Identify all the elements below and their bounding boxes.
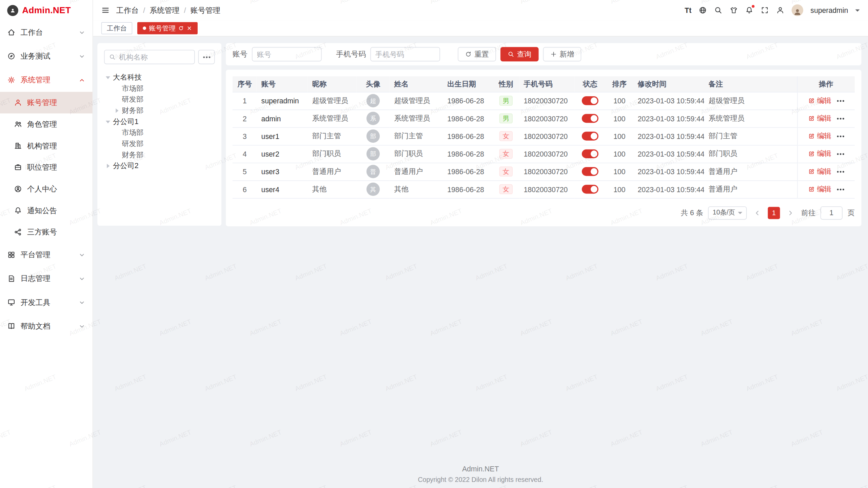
more-actions-button[interactable] xyxy=(837,118,844,119)
sidebar-item-third-party-account[interactable]: 三方账号 xyxy=(0,221,93,243)
page-number-current[interactable]: 1 xyxy=(768,207,780,219)
page-size-select[interactable]: 10条/页 xyxy=(708,206,747,219)
logo[interactable]: Admin.NET xyxy=(0,0,93,20)
globe-icon[interactable] xyxy=(699,6,707,14)
sidebar-item-org-management[interactable]: 机构管理 xyxy=(0,135,93,157)
sidebar-item-help-docs[interactable]: 帮助文档 xyxy=(0,314,93,338)
filter-bar: 账号 手机号码 重置 查询 新增 xyxy=(226,43,861,65)
sidebar-item-label: 平台管理 xyxy=(20,250,50,260)
search-icon[interactable] xyxy=(714,6,722,14)
sidebar-item-label: 通知公告 xyxy=(27,206,57,216)
sidebar-item-dev-tools[interactable]: 开发工具 xyxy=(0,290,93,314)
search-button[interactable]: 查询 xyxy=(500,47,539,61)
edit-icon xyxy=(808,115,815,122)
sidebar-item-position-management[interactable]: 职位管理 xyxy=(0,157,93,178)
status-toggle[interactable] xyxy=(582,185,598,194)
column-header: 性别 xyxy=(493,76,519,92)
sidebar-item-role-management[interactable]: 角色管理 xyxy=(0,114,93,135)
edit-button[interactable]: 编辑 xyxy=(808,131,831,141)
caret-right-icon[interactable] xyxy=(113,108,121,113)
caret-down-icon[interactable] xyxy=(104,120,112,123)
status-toggle[interactable] xyxy=(582,149,598,158)
sidebar-item-system-management[interactable]: 系统管理 xyxy=(0,68,93,92)
column-header: 备注 xyxy=(704,76,797,92)
status-toggle[interactable] xyxy=(582,114,598,123)
tree-node[interactable]: 研发部 xyxy=(104,94,215,105)
sidebar-item-personal-center[interactable]: 个人中心 xyxy=(0,178,93,200)
edit-button[interactable]: 编辑 xyxy=(808,184,831,194)
pagination: 共 6 条 10条/页 1 前往 xyxy=(233,206,855,219)
compass-icon xyxy=(7,52,15,60)
tree-node[interactable]: 分公司2 xyxy=(104,160,215,171)
column-header: 状态 xyxy=(575,76,606,92)
sidebar-item-business-test[interactable]: 业务测试 xyxy=(0,44,93,68)
search-icon xyxy=(109,54,116,60)
reset-button[interactable]: 重置 xyxy=(458,47,496,61)
breadcrumb-item[interactable]: 工作台 xyxy=(116,5,139,15)
more-actions-button[interactable] xyxy=(837,153,844,155)
tab-workbench[interactable]: 工作台 xyxy=(101,22,132,34)
chevron-down-icon xyxy=(79,275,85,282)
next-page-button[interactable] xyxy=(785,207,796,219)
document-icon xyxy=(7,274,15,283)
more-actions-button[interactable] xyxy=(837,100,844,102)
edit-button[interactable]: 编辑 xyxy=(808,114,831,123)
footer: Admin.NET Copyright © 2022 Dilon All rig… xyxy=(93,465,868,484)
sidebar-item-label: 账号管理 xyxy=(27,98,57,107)
tree-node[interactable]: 大名科技 xyxy=(104,72,215,83)
more-actions-button[interactable] xyxy=(837,135,844,137)
sidebar-item-account-management[interactable]: 账号管理 xyxy=(0,92,93,114)
org-more-button[interactable] xyxy=(198,50,215,64)
chevron-down-icon xyxy=(738,211,742,214)
account-filter-input[interactable] xyxy=(252,47,322,61)
breadcrumb-item[interactable]: 系统管理 xyxy=(150,5,179,15)
status-toggle[interactable] xyxy=(582,132,598,141)
close-icon[interactable] xyxy=(186,25,192,31)
tab-bar: 工作台 账号管理 xyxy=(93,20,868,36)
tree-node[interactable]: 财务部 xyxy=(104,105,215,116)
edit-button[interactable]: 编辑 xyxy=(808,166,831,176)
chevron-down-icon[interactable] xyxy=(855,9,860,12)
add-button[interactable]: 新增 xyxy=(543,47,581,61)
tree-node[interactable]: 市场部 xyxy=(104,83,215,94)
theme-skin-icon[interactable] xyxy=(730,6,738,14)
sidebar-item-platform-management[interactable]: 平台管理 xyxy=(0,243,93,267)
edit-button[interactable]: 编辑 xyxy=(808,96,831,105)
sidebar-item-log-management[interactable]: 日志管理 xyxy=(0,267,93,290)
chevron-down-icon xyxy=(79,53,85,60)
sidebar-item-label: 三方账号 xyxy=(27,227,57,237)
gender-badge: 男 xyxy=(499,96,513,105)
sidebar-item-notice[interactable]: 通知公告 xyxy=(0,200,93,221)
edit-icon xyxy=(808,150,815,157)
status-toggle[interactable] xyxy=(582,167,598,176)
caret-down-icon[interactable] xyxy=(104,76,112,79)
sidebar-item-workbench[interactable]: 工作台 xyxy=(0,20,93,44)
tree-node[interactable]: 分公司1 xyxy=(104,116,215,127)
avatar[interactable] xyxy=(792,4,803,16)
prev-page-button[interactable] xyxy=(752,207,763,219)
gender-badge: 女 xyxy=(499,166,513,176)
org-search-input[interactable] xyxy=(119,53,190,61)
more-actions-button[interactable] xyxy=(837,171,844,172)
phone-filter-input[interactable] xyxy=(370,47,440,61)
goto-page-input[interactable] xyxy=(821,206,843,219)
org-search-row xyxy=(104,50,215,64)
edit-button[interactable]: 编辑 xyxy=(808,149,831,159)
fullscreen-icon[interactable] xyxy=(761,6,769,14)
tree-node[interactable]: 研发部 xyxy=(104,138,215,149)
tree-node[interactable]: 财务部 xyxy=(104,149,215,161)
person-icon[interactable] xyxy=(776,6,784,14)
font-size-icon[interactable]: Tt xyxy=(685,6,691,14)
status-toggle[interactable] xyxy=(582,97,598,105)
chevron-down-icon xyxy=(79,251,85,258)
notification-bell-icon[interactable] xyxy=(745,6,753,14)
caret-right-icon[interactable] xyxy=(104,164,112,168)
edit-icon xyxy=(808,97,815,104)
tab-account-management[interactable]: 账号管理 xyxy=(137,22,198,34)
more-actions-button[interactable] xyxy=(837,188,844,190)
refresh-icon[interactable] xyxy=(178,25,184,31)
sidebar-item-label: 角色管理 xyxy=(27,119,57,129)
hamburger-menu-icon[interactable] xyxy=(101,6,110,14)
username[interactable]: superadmin xyxy=(810,6,848,14)
tree-node[interactable]: 市场部 xyxy=(104,127,215,139)
